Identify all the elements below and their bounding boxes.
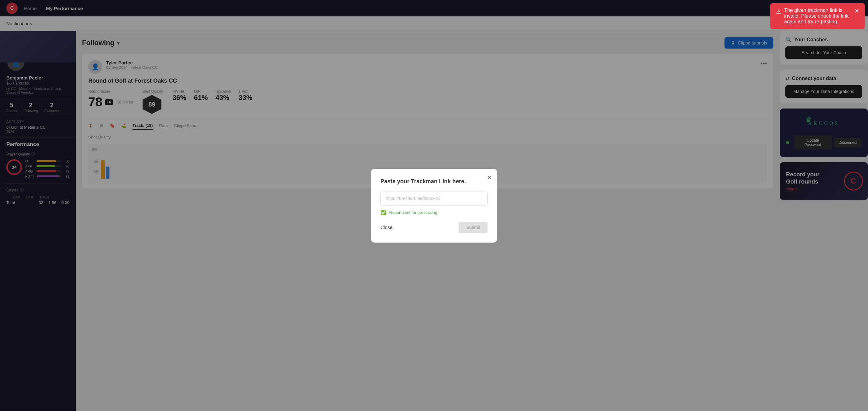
error-message: The given trackman link is invalid. Plea… (784, 7, 851, 25)
warning-icon: ⚠ (776, 8, 781, 15)
check-circle-icon: ✅ (380, 210, 387, 215)
modal-close-x-button[interactable]: ✕ (487, 174, 492, 181)
modal-success-message: ✅ Report sent for processing (380, 210, 488, 215)
modal-actions: Close Submit (380, 222, 488, 233)
modal-overlay: Paste your Trackman Link here. ✕ ✅ Repor… (0, 0, 868, 411)
trackman-modal: Paste your Trackman Link here. ✕ ✅ Repor… (371, 169, 497, 243)
modal-title: Paste your Trackman Link here. (380, 178, 488, 185)
modal-submit-button[interactable]: Submit (459, 222, 488, 233)
modal-close-button[interactable]: Close (380, 225, 392, 230)
trackman-link-input[interactable] (380, 191, 488, 205)
error-toast: ⚠ The given trackman link is invalid. Pl… (770, 3, 865, 29)
error-close-button[interactable]: ✕ (855, 7, 859, 14)
